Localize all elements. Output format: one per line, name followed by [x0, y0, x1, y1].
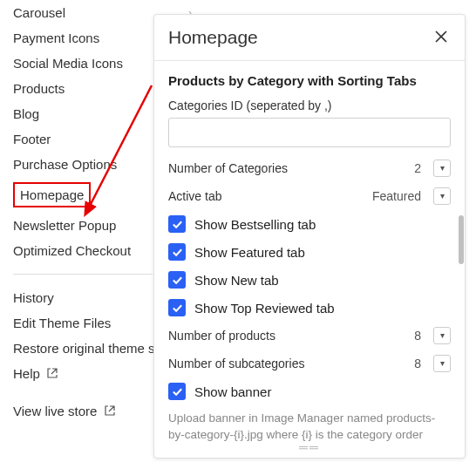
sidebar-item-label: Footer — [13, 132, 51, 146]
num-products-label: Number of products — [168, 329, 275, 343]
sidebar-item-homepage[interactable]: Homepage — [13, 177, 91, 213]
sidebar-item-label: Products — [13, 81, 65, 96]
categories-id-input[interactable] — [168, 118, 451, 147]
panel-body: Products by Category with Sorting Tabs C… — [154, 61, 465, 441]
num-products-row: Number of products 8 ▾ — [168, 327, 451, 344]
checkbox-checked-icon[interactable] — [168, 243, 186, 261]
checkbox-label: Show Featured tab — [194, 245, 305, 260]
external-link-icon — [105, 405, 115, 416]
chevron-down-icon[interactable]: ▾ — [433, 355, 451, 372]
sidebar-item-label: Edit Theme Files — [13, 316, 111, 330]
external-link-icon — [47, 368, 58, 378]
sidebar-item-label: Carousel — [13, 5, 65, 20]
active-tab-value: Featured — [372, 189, 428, 203]
show-bestselling-row[interactable]: Show Bestselling tab — [168, 215, 451, 233]
num-products-value: 8 — [414, 329, 428, 343]
checkbox-checked-icon[interactable] — [168, 271, 186, 289]
num-products-stepper[interactable]: 8 ▾ — [414, 327, 451, 344]
checkbox-label: Show Top Reviewed tab — [194, 301, 335, 316]
divider — [13, 274, 153, 275]
show-featured-row[interactable]: Show Featured tab — [168, 243, 451, 261]
show-new-row[interactable]: Show New tab — [168, 271, 451, 289]
num-categories-stepper[interactable]: 2 ▾ — [414, 160, 451, 177]
settings-panel: Homepage Products by Category with Sorti… — [153, 14, 466, 459]
checkbox-checked-icon[interactable] — [168, 215, 186, 233]
num-subcategories-value: 8 — [414, 357, 428, 370]
checkbox-label: Show banner — [194, 384, 271, 399]
panel-header: Homepage — [154, 15, 465, 61]
sidebar-item-label: View live store — [13, 404, 115, 418]
help-text: Upload banner in Image Manager named pro… — [168, 411, 451, 441]
show-top-reviewed-row[interactable]: Show Top Reviewed tab — [168, 299, 451, 316]
sidebar-item-label: Social Media Icons — [13, 56, 123, 71]
chevron-down-icon[interactable]: ▾ — [433, 187, 451, 205]
sidebar-item-label: History — [13, 290, 54, 305]
active-tab-row: Active tab Featured ▾ — [168, 187, 451, 205]
sidebar-item-label: Purchase Options — [13, 157, 117, 172]
active-tab-label: Active tab — [168, 189, 221, 203]
checkbox-checked-icon[interactable] — [168, 383, 186, 400]
section-title: Products by Category with Sorting Tabs — [168, 73, 451, 88]
num-subcategories-label: Number of subcategories — [168, 357, 304, 370]
num-subcategories-stepper[interactable]: 8 ▾ — [414, 355, 451, 372]
num-categories-value: 2 — [414, 161, 428, 175]
sidebar-item-label: Blog — [13, 106, 39, 121]
checkbox-label: Show Bestselling tab — [194, 217, 316, 232]
drag-handle-icon[interactable]: ══ — [299, 440, 320, 454]
checkbox-label: Show New tab — [194, 273, 279, 288]
panel-title: Homepage — [168, 27, 258, 48]
sidebar-item-label: Newsletter Popup — [13, 218, 116, 233]
sidebar-item-label: Homepage — [13, 182, 91, 207]
categories-id-label: Categories ID (seperated by ,) — [168, 99, 451, 112]
chevron-down-icon[interactable]: ▾ — [433, 327, 451, 344]
sidebar-item-label: Help — [13, 366, 58, 381]
sidebar-item-label: Payment Icons — [13, 31, 99, 45]
active-tab-select[interactable]: Featured ▾ — [372, 187, 451, 205]
num-categories-row: Number of Categories 2 ▾ — [168, 160, 451, 177]
num-categories-label: Number of Categories — [168, 161, 288, 175]
checkbox-checked-icon[interactable] — [168, 299, 186, 316]
sidebar-item-label: Optimized Checkout — [13, 243, 131, 258]
chevron-down-icon[interactable]: ▾ — [433, 160, 451, 177]
num-subcategories-row: Number of subcategories 8 ▾ — [168, 355, 451, 372]
close-button[interactable] — [432, 28, 451, 47]
show-banner-row[interactable]: Show banner — [168, 383, 451, 400]
scrollbar[interactable] — [459, 215, 464, 264]
